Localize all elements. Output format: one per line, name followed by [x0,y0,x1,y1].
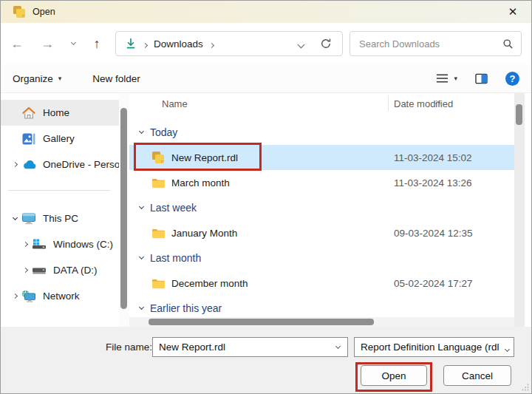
sidebar-label: Home [43,107,69,118]
group-header-last-week[interactable]: Last week [129,195,514,220]
sidebar-scrollbar[interactable] [119,93,129,327]
file-row-december-month[interactable]: December month 05-02-2024 17:27 [129,271,514,296]
sidebar-label: Gallery [43,133,75,144]
column-divider[interactable] [388,95,389,111]
up-button[interactable]: ↑ [86,33,107,54]
sidebar-item-network[interactable]: Network [1,283,119,309]
file-name-combobox[interactable] [152,337,348,357]
chevron-down-icon [505,341,509,354]
file-list: Name Date modified Today [129,93,514,327]
collapse-chevron-icon[interactable] [8,218,21,220]
downloads-icon [125,38,137,50]
file-row-january-month[interactable]: January Month 09-03-2024 12:35 [129,220,514,245]
resize-grip-icon[interactable] [522,384,529,391]
titlebar: Open ✕ [1,1,531,23]
expand-chevron-icon[interactable] [18,268,32,272]
horizontal-scrollbar[interactable] [129,317,514,327]
network-icon [21,290,37,303]
sidebar-label: Network [43,291,80,302]
sidebar-item-gallery[interactable]: Gallery [1,126,119,152]
expand-chevron-icon[interactable] [18,242,32,246]
sidebar-item-home[interactable]: Home [1,100,119,126]
expand-chevron-icon[interactable] [8,163,21,166]
windows-drive-icon [32,239,47,250]
sidebar-label: DATA (D:) [53,265,98,276]
sidebar-item-windows-c[interactable]: Windows (C:) [1,231,119,257]
sidebar-item-this-pc[interactable]: This PC [1,206,119,231]
report-file-icon [13,5,26,18]
list-scrollbar-thumb[interactable] [516,104,522,125]
list-view-icon [436,73,449,84]
sidebar-label: Windows (C:) [53,239,113,250]
file-type-combobox[interactable]: Report Definition Language (rdl [354,337,514,357]
folder-icon [151,228,166,239]
group-header-last-month[interactable]: Last month [129,245,514,271]
open-button[interactable]: Open [361,365,427,386]
close-icon[interactable]: ✕ [502,2,524,21]
preview-pane-icon[interactable] [475,73,488,84]
home-icon [21,106,37,120]
sidebar-label: OneDrive - Perso [43,159,119,170]
open-file-dialog: Open ✕ ← → ↑ Downloads [0,0,532,394]
sidebar-item-onedrive[interactable]: OneDrive - Perso [1,152,119,177]
back-button[interactable]: ← [7,33,27,54]
breadcrumb-separator-icon [143,37,147,50]
file-date-modified: 05-02-2024 17:27 [394,278,473,289]
sidebar-scrollbar-thumb[interactable] [120,108,127,309]
sidebar-divider [8,190,110,191]
dialog-body: Home Gallery [1,93,531,327]
file-name: January Month [171,228,237,239]
address-dropdown-chevron-icon[interactable] [299,37,304,50]
file-name: New Report.rdl [171,152,238,163]
column-header-date-modified[interactable]: Date modified [394,98,453,109]
organize-button[interactable]: Organize ▾ [13,73,61,84]
file-name: March month [171,177,230,188]
collapse-chevron-icon [139,254,144,259]
breadcrumb-location[interactable]: Downloads [154,38,203,50]
sidebar-item-data-d[interactable]: DATA (D:) [1,257,119,283]
group-label: Last week [150,202,197,214]
breadcrumb-separator-icon[interactable] [210,37,214,50]
help-icon[interactable]: ? [505,72,519,86]
group-header-earlier-this-year[interactable]: Earlier this year [129,296,514,319]
cancel-button[interactable]: Cancel [443,365,511,386]
onedrive-icon [21,159,37,171]
file-date-modified: 09-03-2024 12:35 [394,228,473,239]
group-label: Last month [150,252,201,264]
file-row-new-report[interactable]: New Report.rdl 11-03-2024 15:02 [129,145,514,170]
address-bar[interactable]: Downloads [115,31,343,56]
group-label: Earlier this year [150,302,222,314]
dialog-footer: File name: Report Definition Language (r… [1,327,531,393]
data-drive-icon [32,265,47,276]
column-header-name[interactable]: Name [162,98,188,109]
new-folder-label: New folder [92,73,140,84]
right-gap [525,93,531,327]
file-date-modified: 11-03-2024 13:26 [394,177,472,188]
folder-icon [151,177,166,188]
file-rows: Today New Report.rdl 11-03-2024 15:02 [129,113,514,319]
refresh-icon[interactable] [320,38,332,50]
group-header-today[interactable]: Today [129,120,514,145]
file-name-input[interactable] [153,342,336,353]
view-mode-button[interactable]: ▾ [436,73,457,84]
horizontal-scrollbar-thumb[interactable] [149,319,374,325]
folder-icon [151,278,166,289]
search-box[interactable] [349,31,522,56]
file-date-modified: 11-03-2024 15:02 [394,152,472,163]
recent-locations-chevron-icon[interactable] [63,33,83,54]
navigation-pane: Home Gallery [1,93,119,327]
sidebar-label: This PC [43,213,78,224]
expand-chevron-icon[interactable] [8,294,21,298]
file-row-march-month[interactable]: March month 11-03-2024 13:26 [129,170,514,195]
cancel-button-label: Cancel [462,370,493,381]
search-input[interactable] [359,38,502,50]
list-scrollbar[interactable] [514,93,525,327]
collapse-chevron-icon [139,305,144,310]
organize-label: Organize [13,73,53,84]
caret-down-icon: ▾ [454,75,457,82]
rdl-file-icon [151,151,166,164]
new-folder-button[interactable]: New folder [92,73,140,84]
chevron-down-icon[interactable] [336,347,347,348]
collapse-chevron-icon [139,204,144,209]
forward-button[interactable]: → [37,33,58,54]
